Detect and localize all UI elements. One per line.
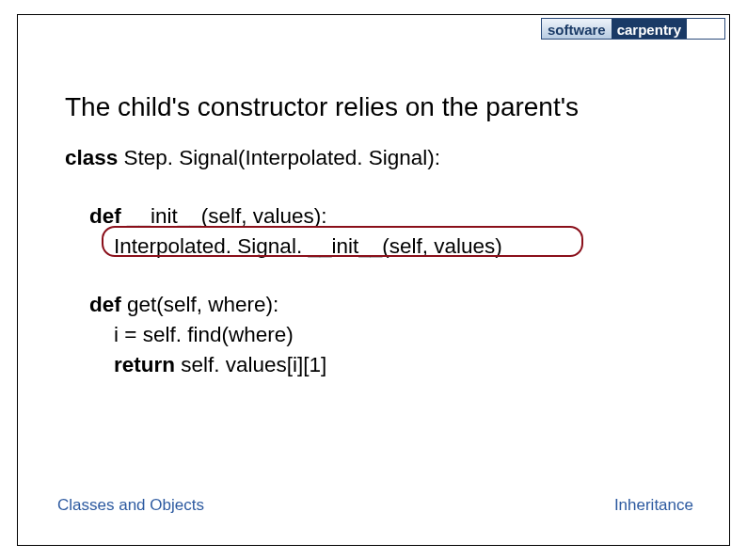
logo-main: software carpentry (541, 18, 725, 40)
code-block: class Step. Signal(Interpolated. Signal)… (65, 143, 714, 380)
keyword-def: def (89, 293, 121, 316)
code-line-return: return self. values[i][1] (65, 350, 714, 380)
code-line-find: i = self. find(where) (65, 320, 714, 350)
code-line-super-call: Interpolated. Signal. __init__(self, val… (65, 232, 714, 262)
keyword-def: def (89, 204, 121, 228)
slide-content: The child's constructor relies on the pa… (65, 92, 714, 380)
code-line-def-get: def get(self, where): (65, 290, 714, 320)
footer-right: Inheritance (614, 496, 693, 515)
code-line-def-init: def __init__(self, values): (65, 201, 714, 232)
logo-tagline (541, 40, 725, 40)
code-line-class: class Step. Signal(Interpolated. Signal)… (65, 143, 714, 173)
logo-left-word: software (542, 19, 612, 39)
code-text: get(self, where): (121, 293, 279, 316)
code-text: Step. Signal(Interpolated. Signal): (118, 146, 440, 169)
code-text: self. values[i][1] (175, 353, 326, 376)
code-text: i = self. find(where) (114, 323, 294, 346)
footer-left: Classes and Objects (57, 496, 204, 515)
software-carpentry-logo: software carpentry (541, 18, 725, 48)
code-text: __init__(self, values): (121, 204, 327, 228)
slide-title: The child's constructor relies on the pa… (65, 92, 714, 122)
slide-frame: software carpentry The child's construct… (17, 14, 730, 546)
code-text: Interpolated. Signal. __init__(self, val… (114, 234, 502, 258)
keyword-return: return (114, 353, 175, 376)
keyword-class: class (65, 146, 118, 169)
logo-right-word: carpentry (612, 19, 687, 39)
